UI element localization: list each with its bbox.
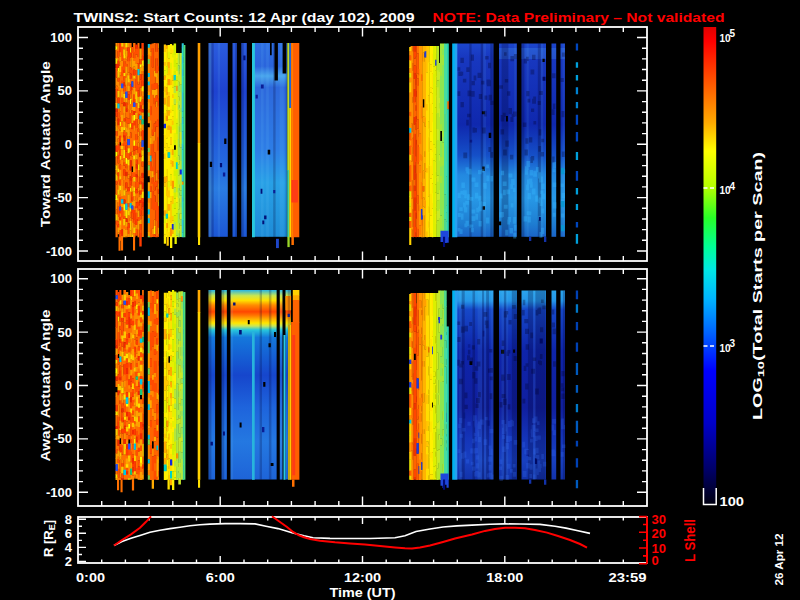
- svg-text:0: 0: [652, 553, 659, 568]
- svg-text:Time (UT): Time (UT): [330, 585, 396, 600]
- svg-text:20: 20: [652, 526, 666, 541]
- svg-text:0: 0: [65, 137, 72, 152]
- svg-text:50: 50: [58, 325, 72, 340]
- svg-text:4: 4: [65, 540, 73, 555]
- svg-text:3: 3: [730, 338, 736, 349]
- svg-text:100: 100: [50, 30, 72, 45]
- svg-text:NOTE: Data Preliminary – Not v: NOTE: Data Preliminary – Not validated: [433, 10, 725, 25]
- svg-text:TWINS2: Start Counts: 12 Apr (: TWINS2: Start Counts: 12 Apr (day 102), …: [74, 10, 415, 25]
- svg-text:-50: -50: [53, 190, 72, 205]
- svg-text:-100: -100: [46, 485, 72, 500]
- svg-text:50: 50: [58, 83, 72, 98]
- svg-text:-50: -50: [53, 431, 72, 446]
- svg-text:6:00: 6:00: [206, 570, 235, 585]
- svg-text:30: 30: [652, 512, 666, 527]
- svg-text:-100: -100: [46, 244, 72, 259]
- svg-text:LOG10(Total Starts per Scan): LOG10(Total Starts per Scan): [751, 152, 767, 420]
- svg-text:Away Actuator Angle: Away Actuator Angle: [38, 310, 53, 462]
- svg-text:5: 5: [730, 28, 736, 39]
- svg-text:6: 6: [65, 526, 72, 541]
- svg-text:0: 0: [65, 378, 72, 393]
- svg-text:0:00: 0:00: [76, 570, 105, 585]
- svg-text:100: 100: [720, 495, 745, 509]
- svg-text:8: 8: [65, 512, 72, 527]
- svg-text:18:00: 18:00: [486, 570, 523, 585]
- svg-text:100: 100: [50, 271, 72, 286]
- svg-text:23:59: 23:59: [609, 570, 647, 585]
- svg-text:L Shell: L Shell: [682, 519, 698, 562]
- svg-text:Toward Actuator Angle: Toward Actuator Angle: [38, 61, 53, 227]
- svg-text:4: 4: [730, 181, 736, 192]
- svg-text:12:00: 12:00: [344, 570, 381, 585]
- svg-text:2: 2: [65, 554, 72, 569]
- svg-text:26 Apr 12: 26 Apr 12: [773, 533, 785, 585]
